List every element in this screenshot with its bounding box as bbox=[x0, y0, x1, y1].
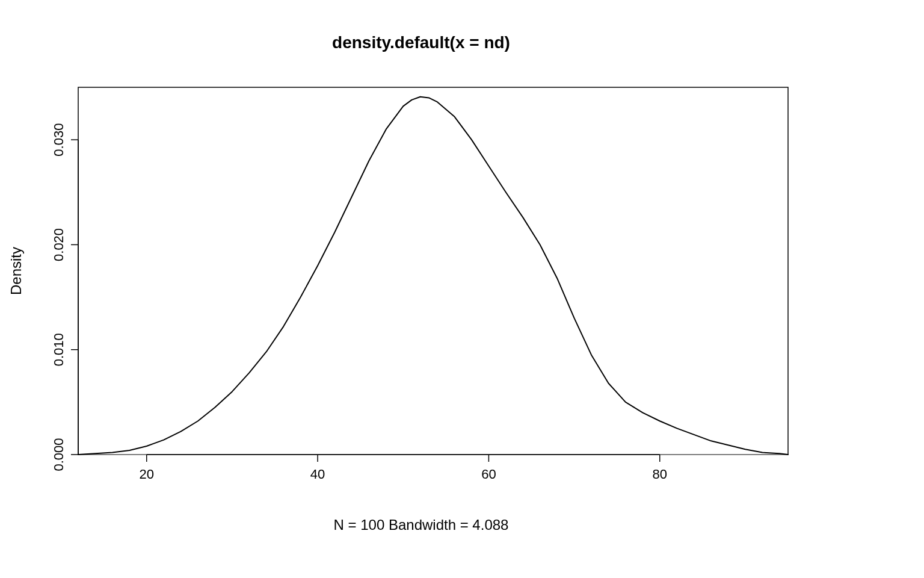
x-tick-label: 40 bbox=[310, 467, 325, 482]
chart-title: density.default(x = nd) bbox=[332, 33, 510, 52]
x-tick-label: 60 bbox=[481, 467, 496, 482]
y-tick-label: 0.000 bbox=[51, 438, 66, 471]
plot-box bbox=[78, 87, 788, 455]
y-tick-label: 0.010 bbox=[51, 333, 66, 366]
density-curve bbox=[78, 97, 788, 455]
x-tick-label: 20 bbox=[139, 467, 153, 482]
x-tick-label: 80 bbox=[653, 467, 667, 482]
y-tick-label: 0.020 bbox=[51, 228, 66, 261]
y-axis-label: Density bbox=[8, 247, 24, 295]
plot-area: 204060800.0000.0100.0200.030 bbox=[51, 87, 788, 482]
x-axis-label: N = 100 Bandwidth = 4.088 bbox=[334, 517, 509, 533]
y-tick-label: 0.030 bbox=[51, 123, 66, 157]
